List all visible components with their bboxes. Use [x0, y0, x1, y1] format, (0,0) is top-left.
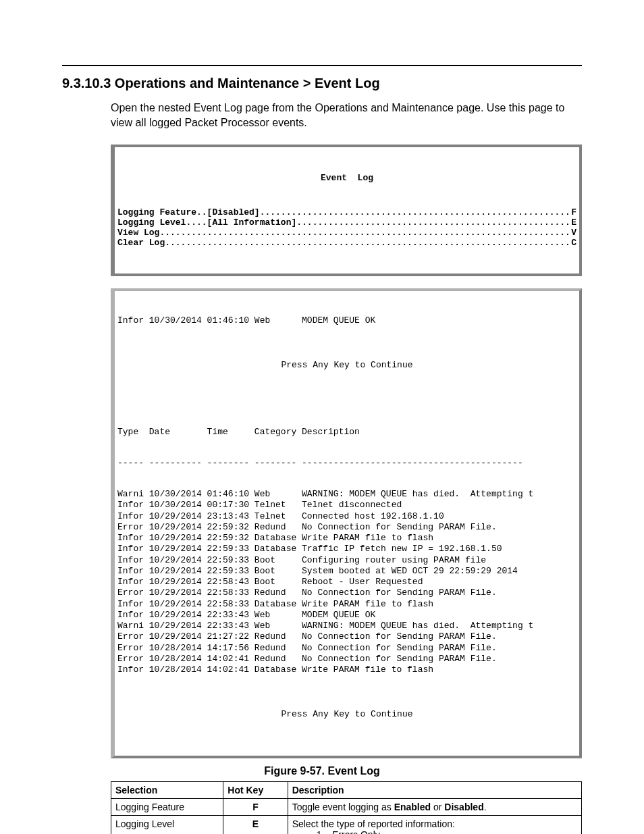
- log-row: Error 10/29/2014 21:27:22 Redund No Conn…: [117, 631, 576, 642]
- table-row: Logging Feature F Toggle event logging a…: [111, 798, 582, 815]
- log-row: Infor 10/29/2014 22:58:33 Database Write…: [117, 599, 576, 610]
- log-row: Warni 10/30/2014 01:46:10 Web WARNING: M…: [117, 489, 576, 500]
- event-log-menu-box: Event Log Logging Feature..[Disabled]...…: [111, 145, 582, 276]
- log-header-rule: ----- ---------- -------- -------- -----…: [117, 458, 576, 469]
- log-row: Infor 10/29/2014 22:59:32 Database Write…: [117, 533, 576, 544]
- log-row: Infor 10/29/2014 22:33:43 Web MODEM QUEU…: [117, 610, 576, 621]
- log-prompt-bottom: Press Any Key to Continue: [117, 709, 576, 720]
- menu-item: Clear Log...............................…: [117, 238, 576, 248]
- table-header-row: Selection Hot Key Description: [111, 781, 582, 798]
- cell-description: Select the type of reported information:…: [288, 815, 581, 834]
- menu-item-dots: ........................................…: [159, 228, 571, 238]
- log-row: Error 10/28/2014 14:17:56 Redund No Conn…: [117, 643, 576, 654]
- menu-item-label: Clear Log: [117, 238, 165, 248]
- cell-selection: Logging Level: [111, 815, 223, 834]
- menu-item-dots: ........................................…: [165, 238, 571, 248]
- hotkey-table: Selection Hot Key Description Logging Fe…: [111, 781, 582, 834]
- menu-title: Event Log: [117, 173, 576, 183]
- cell-selection: Logging Feature: [111, 798, 223, 815]
- log-row: Error 10/28/2014 14:02:41 Redund No Conn…: [117, 654, 576, 664]
- table-row: Logging Level E Select the type of repor…: [111, 815, 582, 834]
- menu-item: Logging Feature..[Disabled].............…: [117, 207, 576, 217]
- desc-text: or: [431, 802, 444, 812]
- log-row: Infor 10/29/2014 22:59:33 Boot Configuri…: [117, 555, 576, 566]
- menu-item-hotkey: E: [571, 217, 576, 228]
- menu-item-hotkey: C: [571, 238, 576, 248]
- cell-hotkey: F: [223, 798, 288, 815]
- log-prompt-top: Press Any Key to Continue: [117, 360, 576, 371]
- intro-paragraph: Open the nested Event Log page from the …: [111, 101, 582, 130]
- log-top-line: Infor 10/30/2014 01:46:10 Web MODEM QUEU…: [117, 315, 576, 326]
- log-row: Warni 10/29/2014 22:33:43 Web WARNING: M…: [117, 621, 576, 631]
- menu-item-label: Logging Level....[All Information]: [117, 217, 296, 228]
- menu-item: View Log................................…: [117, 228, 576, 238]
- menu-item-hotkey: F: [571, 207, 576, 217]
- col-hotkey: Hot Key: [223, 781, 288, 798]
- cell-description: Toggle event logging as Enabled or Disab…: [288, 798, 581, 815]
- menu-item-label: Logging Feature..[Disabled]: [117, 207, 260, 217]
- desc-option: 1 – Errors Only: [292, 829, 577, 834]
- log-row: Infor 10/30/2014 00:17:30 Telnet Telnet …: [117, 500, 576, 511]
- log-row: Infor 10/28/2014 14:02:41 Database Write…: [117, 664, 576, 675]
- menu-item-dots: ........................................…: [296, 217, 571, 228]
- menu-item-label: View Log: [117, 228, 159, 238]
- desc-bold: Enabled: [394, 802, 431, 812]
- desc-text: Toggle event logging as: [292, 802, 394, 812]
- log-row: Infor 10/29/2014 23:13:43 Telnet Connect…: [117, 511, 576, 522]
- log-row: Infor 10/29/2014 22:58:43 Boot Reboot - …: [117, 577, 576, 588]
- log-row: Error 10/29/2014 22:58:33 Redund No Conn…: [117, 588, 576, 598]
- log-row: Infor 10/29/2014 22:59:33 Database Traff…: [117, 544, 576, 554]
- log-row: Error 10/29/2014 22:59:32 Redund No Conn…: [117, 522, 576, 533]
- log-header: Type Date Time Category Description: [117, 427, 576, 438]
- log-row: Infor 10/29/2014 22:59:33 Boot System bo…: [117, 566, 576, 577]
- menu-item-dots: ........................................…: [260, 207, 572, 217]
- col-selection: Selection: [111, 781, 223, 798]
- menu-item: Logging Level....[All Information]......…: [117, 217, 576, 228]
- cell-hotkey: E: [223, 815, 288, 834]
- col-description: Description: [288, 781, 581, 798]
- top-rule: [62, 65, 582, 66]
- document-page: 9.3.10.3 Operations and Maintenance > Ev…: [0, 0, 644, 834]
- desc-intro: Select the type of reported information:: [292, 818, 577, 829]
- menu-item-hotkey: V: [571, 228, 576, 238]
- figure-caption: Figure 9-57. Event Log: [62, 765, 582, 777]
- desc-text: .: [484, 802, 487, 812]
- desc-bold: Disabled: [444, 802, 483, 812]
- section-heading: 9.3.10.3 Operations and Maintenance > Ev…: [62, 76, 582, 91]
- event-log-output-box: Infor 10/30/2014 01:46:10 Web MODEM QUEU…: [111, 288, 582, 758]
